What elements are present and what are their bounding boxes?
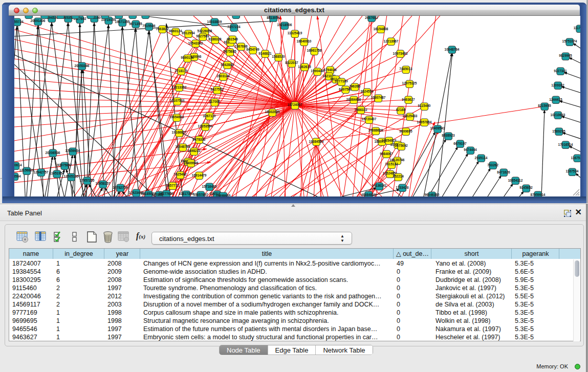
svg-text:1167533: 1167533: [571, 156, 580, 160]
svg-text:96046365: 96046365: [425, 193, 440, 196]
svg-text:10688609: 10688609: [368, 128, 383, 132]
svg-text:10543342: 10543342: [188, 41, 203, 45]
svg-text:1589295: 1589295: [552, 129, 565, 133]
svg-text:17016514: 17016514: [558, 143, 573, 146]
svg-text:16107533: 16107533: [170, 99, 185, 102]
svg-text:93975857: 93975857: [57, 163, 72, 167]
svg-text:8938923: 8938923: [442, 134, 455, 137]
svg-text:961546: 961546: [227, 37, 238, 41]
svg-text:18724007: 18724007: [288, 103, 302, 106]
svg-text:19384554: 19384554: [309, 140, 324, 143]
svg-text:16409949: 16409949: [184, 161, 199, 165]
svg-text:9474444: 9474444: [464, 148, 477, 151]
svg-text:06277650: 06277650: [159, 192, 174, 195]
svg-text:53226058: 53226058: [198, 29, 212, 33]
svg-text:11451954: 11451954: [50, 171, 64, 175]
svg-text:16961758: 16961758: [307, 49, 322, 52]
svg-text:20053346: 20053346: [75, 64, 90, 68]
svg-text:8427552: 8427552: [210, 87, 224, 91]
svg-text:1117253: 1117253: [574, 26, 580, 30]
svg-text:16551004: 16551004: [229, 16, 244, 16]
svg-text:5675685: 5675685: [223, 50, 236, 53]
svg-text:15716485: 15716485: [202, 185, 217, 188]
svg-text:2718170: 2718170: [175, 69, 188, 73]
svg-text:1244415: 1244415: [549, 98, 562, 101]
svg-text:16914479: 16914479: [192, 173, 207, 177]
svg-text:9777169: 9777169: [335, 79, 348, 83]
svg-text:22710901: 22710901: [83, 16, 98, 16]
svg-text:746266: 746266: [349, 84, 360, 88]
svg-text:10958157: 10958157: [96, 182, 111, 185]
svg-text:14136141: 14136141: [372, 184, 387, 187]
svg-text:1075692: 1075692: [395, 144, 408, 147]
svg-text:1362615: 1362615: [298, 65, 311, 69]
svg-text:44223161: 44223161: [112, 16, 126, 16]
svg-text:15751074: 15751074: [562, 39, 577, 43]
svg-text:55657897: 55657897: [193, 193, 208, 196]
svg-text:10654112: 10654112: [508, 179, 523, 182]
svg-text:12213967: 12213967: [384, 39, 399, 43]
svg-text:2935114: 2935114: [475, 156, 488, 160]
svg-text:3624554: 3624554: [360, 90, 374, 93]
svg-text:9115460: 9115460: [418, 104, 431, 107]
svg-text:20206536: 20206536: [46, 151, 60, 155]
svg-text:1615132: 1615132: [385, 162, 398, 166]
svg-text:2055724: 2055724: [14, 20, 24, 24]
svg-text:8471626: 8471626: [497, 170, 510, 174]
svg-text:763262: 763262: [487, 163, 498, 167]
svg-text:12213302: 12213302: [172, 85, 187, 89]
svg-text:1588520: 1588520: [272, 55, 285, 58]
svg-text:48484819: 48484819: [361, 193, 376, 196]
svg-text:10046798: 10046798: [176, 145, 190, 148]
svg-text:8454749: 8454749: [246, 48, 259, 51]
svg-text:7357224: 7357224: [227, 25, 241, 29]
svg-text:9699695: 9699695: [399, 129, 412, 133]
svg-text:252214: 252214: [393, 174, 404, 178]
svg-text:17859934: 17859934: [66, 149, 80, 152]
svg-text:48071031: 48071031: [98, 16, 113, 16]
svg-text:8660124: 8660124: [169, 29, 182, 33]
svg-text:14957864: 14957864: [417, 120, 432, 124]
svg-text:12942757: 12942757: [34, 170, 49, 174]
svg-text:9827503: 9827503: [196, 34, 209, 38]
svg-text:9463627: 9463627: [402, 98, 415, 101]
svg-text:19671355: 19671355: [115, 20, 130, 24]
svg-text:16154808: 16154808: [374, 27, 388, 31]
svg-text:7625402: 7625402: [173, 172, 187, 176]
svg-text:2687682: 2687682: [365, 16, 378, 19]
svg-text:9671355: 9671355: [129, 22, 142, 26]
svg-text:9227341: 9227341: [554, 69, 567, 73]
svg-text:7663822: 7663822: [156, 27, 169, 31]
svg-text:9457771: 9457771: [166, 184, 179, 187]
svg-text:87959914: 87959914: [531, 193, 546, 196]
svg-text:12156829: 12156829: [19, 168, 34, 172]
svg-text:9245652: 9245652: [519, 186, 533, 189]
svg-text:7485013: 7485013: [399, 67, 412, 71]
svg-text:71223818: 71223818: [68, 16, 83, 16]
svg-text:62160: 62160: [396, 108, 405, 112]
svg-text:10648784: 10648784: [445, 48, 460, 51]
svg-text:19654933: 19654933: [169, 115, 184, 119]
svg-text:2367608: 2367608: [234, 45, 248, 48]
svg-text:9146821: 9146821: [258, 52, 272, 55]
svg-text:6794028: 6794028: [323, 68, 337, 72]
svg-text:39898665: 39898665: [216, 194, 231, 196]
svg-text:8912954: 8912954: [182, 31, 195, 35]
svg-text:45395418: 45395418: [37, 16, 52, 16]
svg-text:8186328: 8186328: [208, 37, 222, 41]
svg-text:57756581: 57756581: [138, 16, 153, 16]
svg-text:16782759: 16782759: [113, 186, 128, 189]
svg-text:19166827: 19166827: [172, 130, 187, 134]
svg-text:8813054: 8813054: [267, 16, 280, 19]
svg-text:13353594: 13353594: [198, 124, 213, 128]
svg-text:8350614: 8350614: [14, 163, 22, 167]
svg-text:9084067: 9084067: [380, 152, 393, 156]
svg-text:9890156: 9890156: [181, 56, 194, 59]
svg-text:16409541: 16409541: [430, 126, 445, 130]
svg-text:1209382: 1209382: [551, 83, 564, 87]
svg-text:7515546: 7515546: [142, 24, 156, 28]
svg-text:10033809: 10033809: [207, 20, 222, 24]
svg-text:8322037: 8322037: [285, 61, 298, 64]
svg-text:20364436: 20364436: [346, 98, 361, 101]
svg-text:6497568: 6497568: [339, 87, 352, 91]
